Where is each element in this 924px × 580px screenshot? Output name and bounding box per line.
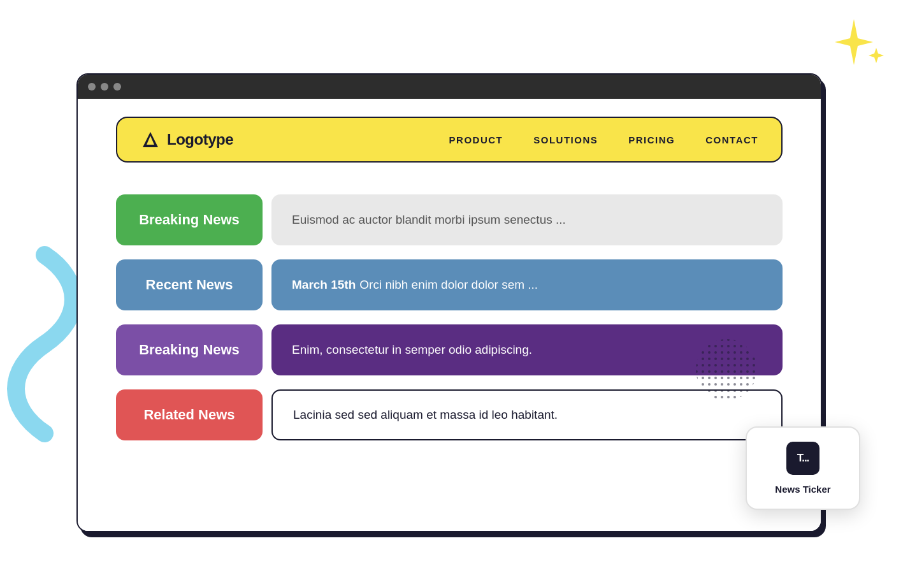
nav-solutions[interactable]: SOLUTIONS (533, 134, 598, 145)
news-label-recent: Recent News (116, 259, 263, 310)
nav-contact[interactable]: CONTACT (705, 134, 758, 145)
news-content-4: Lacinia sed sed aliquam et massa id leo … (271, 389, 783, 440)
news-content-1: Euismod ac auctor blandit morbi ipsum se… (271, 194, 783, 245)
news-content-2: March 15th Orci nibh enim dolor dolor se… (271, 259, 783, 310)
logo-area: Logotype (140, 129, 233, 150)
decorative-swirl (0, 242, 83, 459)
news-label-breaking-1: Breaking News (116, 194, 263, 245)
browser-content: Logotype PRODUCT SOLUTIONS PRICING CONTA… (78, 99, 821, 531)
news-label-related: Related News (116, 389, 263, 440)
news-date-2: March 15th (292, 278, 356, 292)
decorative-stars (809, 13, 886, 76)
news-row-2: Recent News March 15th Orci nibh enim do… (116, 259, 783, 310)
widget-label: News Ticker (775, 484, 830, 495)
news-ticker-widget: T... News Ticker (746, 426, 860, 510)
news-label-breaking-2: Breaking News (116, 324, 263, 375)
traffic-light-1 (88, 83, 96, 91)
logo-text: Logotype (167, 131, 233, 149)
nav-links: PRODUCT SOLUTIONS PRICING CONTACT (449, 134, 758, 145)
logo-icon (140, 129, 161, 150)
browser-titlebar (78, 75, 821, 99)
browser-window: Logotype PRODUCT SOLUTIONS PRICING CONTA… (76, 73, 822, 532)
news-row-1: Breaking News Euismod ac auctor blandit … (116, 194, 783, 245)
traffic-light-3 (113, 83, 121, 91)
widget-icon: T... (786, 442, 819, 475)
traffic-light-2 (101, 83, 108, 91)
news-rows: Breaking News Euismod ac auctor blandit … (116, 194, 783, 440)
nav-product[interactable]: PRODUCT (449, 134, 503, 145)
nav-pricing[interactable]: PRICING (628, 134, 675, 145)
news-row-3: Breaking News Enim, consectetur in sempe… (116, 324, 783, 375)
news-row-4: Related News Lacinia sed sed aliquam et … (116, 389, 783, 440)
news-content-3: Enim, consectetur in semper odio adipisc… (271, 324, 783, 375)
navbar: Logotype PRODUCT SOLUTIONS PRICING CONTA… (116, 117, 783, 163)
